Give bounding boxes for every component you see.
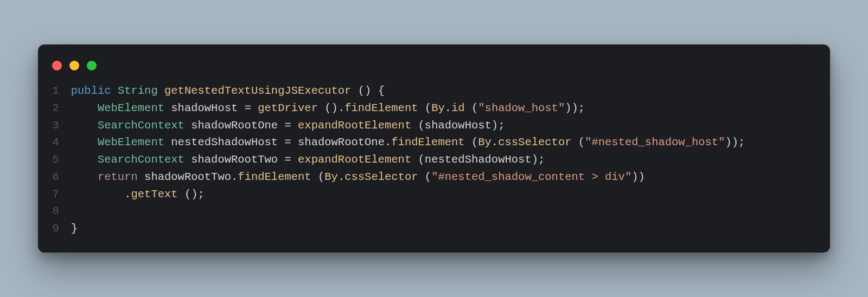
code-token: findElement xyxy=(344,102,418,114)
code-token xyxy=(411,119,418,132)
code-line: WebElement shadowHost = getDriver ().fin… xyxy=(71,100,817,117)
code-token: WebElement xyxy=(98,136,164,148)
code-content: public String getNestedTextUsingJSExecut… xyxy=(71,82,817,237)
code-token: shadowRootTwo xyxy=(184,153,285,166)
code-token: )); xyxy=(565,102,585,114)
code-window: 123456789 public String getNestedTextUsi… xyxy=(38,44,830,253)
code-token xyxy=(291,153,298,166)
code-token: (). xyxy=(324,102,344,114)
code-token xyxy=(71,119,98,132)
code-token: "shadow_host" xyxy=(478,102,565,114)
code-token: ( xyxy=(471,102,478,114)
code-token xyxy=(178,188,184,201)
code-token: cssSelector xyxy=(498,136,571,148)
code-token: SearchContext xyxy=(98,119,184,132)
code-token: nestedShadowHost xyxy=(425,153,532,166)
code-line: } xyxy=(71,220,817,237)
line-number: 7 xyxy=(51,186,59,203)
code-token: . xyxy=(231,171,238,183)
code-token: . xyxy=(338,171,344,183)
code-token: ( xyxy=(471,136,478,148)
code-token: = xyxy=(284,153,291,166)
minimize-icon[interactable] xyxy=(69,61,79,70)
line-number-gutter: 123456789 xyxy=(51,82,71,237)
code-line xyxy=(71,203,817,220)
code-token: = xyxy=(284,136,291,148)
line-number: 1 xyxy=(51,82,59,100)
code-token: ( xyxy=(425,102,431,114)
code-line: .getText (); xyxy=(71,186,817,203)
code-token: shadowRootTwo xyxy=(138,171,231,183)
traffic-lights xyxy=(51,57,817,82)
code-token: id xyxy=(451,102,465,114)
code-token: "#nested_shadow_content > div" xyxy=(431,171,631,183)
code-token xyxy=(71,136,98,148)
code-token: cssSelector xyxy=(344,171,418,183)
code-token: (); xyxy=(184,188,205,201)
code-token: findElement xyxy=(391,136,464,148)
code-token: expandRootElement xyxy=(298,119,411,132)
code-token: getNestedTextUsingJSExecutor xyxy=(164,85,351,97)
code-token: SearchContext xyxy=(98,153,184,166)
code-token: ); xyxy=(492,119,505,132)
code-token xyxy=(71,171,98,183)
code-token xyxy=(418,171,425,183)
code-token xyxy=(71,188,124,201)
code-token: String xyxy=(118,85,158,97)
code-token: )) xyxy=(631,171,645,183)
line-number: 8 xyxy=(51,203,59,220)
code-token: getText xyxy=(131,188,177,201)
code-token: } xyxy=(71,222,78,235)
code-token xyxy=(291,119,298,132)
code-token xyxy=(465,136,471,148)
code-token: shadowRootOne xyxy=(291,136,385,148)
code-token: = xyxy=(284,119,291,132)
code-token: . xyxy=(445,102,451,114)
code-token: ( xyxy=(578,136,585,148)
code-token xyxy=(572,136,578,148)
code-token: expandRootElement xyxy=(298,153,411,166)
code-token: ( xyxy=(318,171,324,183)
code-token: By xyxy=(324,171,338,183)
code-token xyxy=(158,85,164,97)
line-number: 6 xyxy=(51,169,59,186)
maximize-icon[interactable] xyxy=(87,61,97,70)
code-token: shadowHost xyxy=(164,102,245,114)
code-token: . xyxy=(492,136,498,148)
code-token: findElement xyxy=(238,171,311,183)
line-number: 3 xyxy=(51,117,59,134)
code-token xyxy=(251,102,258,114)
code-token: )); xyxy=(725,136,745,148)
code-token: ( xyxy=(418,119,425,132)
code-line: return shadowRootTwo.findElement (By.css… xyxy=(71,169,817,186)
close-icon[interactable] xyxy=(52,61,62,70)
line-number: 9 xyxy=(51,220,59,237)
code-token xyxy=(465,102,471,114)
code-token: getDriver xyxy=(258,102,318,114)
code-token: . xyxy=(124,188,131,201)
code-token xyxy=(71,153,98,166)
code-token xyxy=(111,85,118,97)
code-token: { xyxy=(378,85,385,97)
line-number: 2 xyxy=(51,100,59,117)
code-token: By xyxy=(478,136,492,148)
code-token: public xyxy=(71,85,111,97)
code-line: SearchContext shadowRootOne = expandRoot… xyxy=(71,117,817,134)
code-token: WebElement xyxy=(98,102,164,114)
line-number: 4 xyxy=(51,134,59,151)
code-token: . xyxy=(385,136,391,148)
code-token xyxy=(418,102,425,114)
code-token: By xyxy=(431,102,445,114)
line-number: 5 xyxy=(51,151,59,169)
code-token: () xyxy=(358,85,372,97)
code-line: public String getNestedTextUsingJSExecut… xyxy=(71,82,817,100)
code-token xyxy=(411,153,418,166)
code-token xyxy=(351,85,358,97)
code-token: nestedShadowHost xyxy=(164,136,284,148)
code-token: shadowHost xyxy=(425,119,492,132)
code-token: shadowRootOne xyxy=(184,119,285,132)
code-token: ( xyxy=(418,153,425,166)
code-token xyxy=(371,85,378,97)
code-token xyxy=(311,171,318,183)
code-token: = xyxy=(245,102,251,114)
